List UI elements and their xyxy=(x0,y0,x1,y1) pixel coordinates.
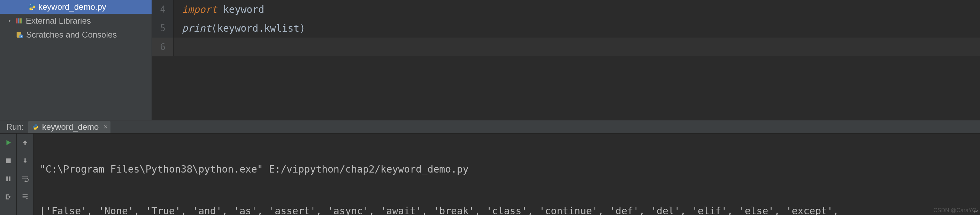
editor-line-6[interactable]: 6 xyxy=(152,38,980,56)
watermark: CSDN @CaraYQ xyxy=(933,207,977,213)
rerun-button[interactable] xyxy=(3,137,14,148)
code-content[interactable]: import keyword xyxy=(173,4,264,15)
pause-button[interactable] xyxy=(3,173,14,184)
gutter-line-number: 5 xyxy=(152,19,173,38)
tree-ext-lib-label: External Libraries xyxy=(26,16,91,26)
console-text: "C:\Program Files\Python38\python.exe" E… xyxy=(40,160,469,179)
python-file-icon xyxy=(32,123,40,131)
scratches-icon xyxy=(16,31,23,39)
tree-external-libraries[interactable]: External Libraries xyxy=(0,14,151,28)
code-editor[interactable]: 4 import keyword 5 print(keyword.kwlist)… xyxy=(152,0,980,120)
up-arrow-button[interactable] xyxy=(19,137,31,148)
run-tab[interactable]: keyword_demo × xyxy=(28,121,110,133)
console-line: ['False', 'None', 'True', 'and', 'as', '… xyxy=(40,202,974,215)
svg-rect-4 xyxy=(19,19,21,24)
gutter-line-number: 4 xyxy=(152,0,173,19)
editor-line-5[interactable]: 5 print(keyword.kwlist) xyxy=(152,19,980,38)
top-area: keyword_demo.py External Libraries Scrat… xyxy=(0,0,980,120)
exit-button[interactable] xyxy=(3,191,14,202)
svg-rect-2 xyxy=(16,19,18,24)
svg-rect-8 xyxy=(6,158,10,163)
tree-file-label: keyword_demo.py xyxy=(38,2,106,12)
run-tab-label: keyword_demo xyxy=(42,122,99,132)
editor-line-4[interactable]: 4 import keyword xyxy=(152,0,980,19)
down-arrow-button[interactable] xyxy=(19,155,31,166)
svg-rect-10 xyxy=(9,176,10,181)
svg-rect-5 xyxy=(21,19,22,24)
gutter-line-number: 6 xyxy=(152,38,173,56)
svg-rect-3 xyxy=(18,19,19,24)
soft-wrap-button[interactable] xyxy=(19,173,31,184)
stop-button[interactable] xyxy=(3,155,14,166)
run-toolbar-secondary xyxy=(17,134,33,215)
run-label: Run: xyxy=(6,122,24,132)
svg-rect-9 xyxy=(6,176,8,181)
tree-scratches[interactable]: Scratches and Consoles xyxy=(0,28,151,42)
console-line: "C:\Program Files\Python38\python.exe" E… xyxy=(40,160,974,179)
project-tree[interactable]: keyword_demo.py External Libraries Scrat… xyxy=(0,0,152,120)
run-tool-window: Run: keyword_demo × xyxy=(0,120,980,215)
chevron-right-icon[interactable] xyxy=(7,18,13,24)
run-body: "C:\Program Files\Python38\python.exe" E… xyxy=(0,134,980,215)
svg-point-0 xyxy=(30,4,31,5)
editor-empty-area[interactable] xyxy=(152,56,980,120)
console-text: ['False', 'None', 'True', 'and', 'as', '… xyxy=(40,202,845,215)
python-file-icon xyxy=(28,3,35,11)
code-content[interactable]: print(keyword.kwlist) xyxy=(173,23,305,34)
library-icon xyxy=(15,17,23,25)
close-icon[interactable]: × xyxy=(102,123,108,131)
tree-scratches-label: Scratches and Consoles xyxy=(26,30,117,40)
svg-point-1 xyxy=(32,9,33,10)
tree-file-keyword-demo[interactable]: keyword_demo.py xyxy=(0,0,151,14)
run-toolbar-primary xyxy=(0,134,17,215)
run-header: Run: keyword_demo × xyxy=(0,120,980,134)
scroll-to-end-button[interactable] xyxy=(19,191,31,202)
console-output[interactable]: "C:\Program Files\Python38\python.exe" E… xyxy=(33,134,980,215)
